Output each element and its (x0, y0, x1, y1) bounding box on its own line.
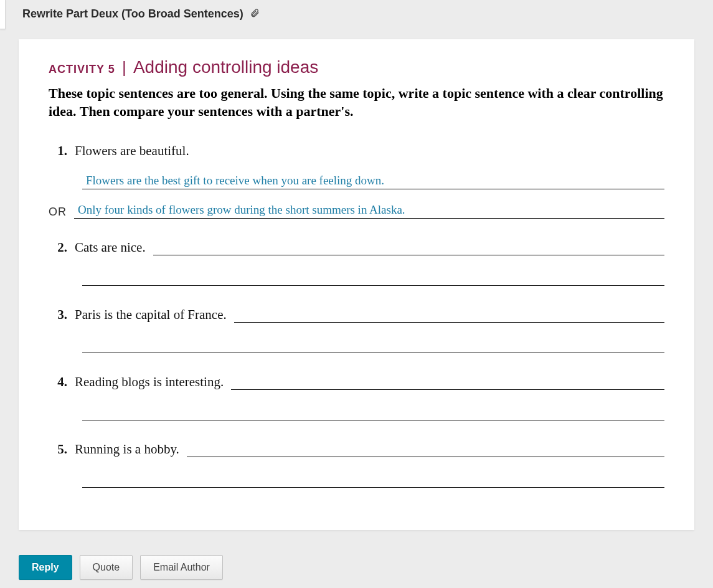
list-item: 5. Running is a hobby. (49, 442, 664, 488)
item-first-line: 1. Flowers are beautiful. (54, 143, 664, 159)
item-first-line: 4. Reading blogs is interesting. (54, 374, 664, 390)
items-list: 1. Flowers are beautiful. Flowers are th… (49, 143, 664, 488)
or-row: OR Only four kinds of flowers grow durin… (49, 203, 664, 219)
answer-line[interactable]: Flowers are the best gift to receive whe… (82, 174, 664, 189)
worksheet-card: ACTIVITY 5 | Adding controlling ideas Th… (19, 39, 694, 530)
answer-line[interactable] (231, 374, 664, 390)
answer-line[interactable]: Only four kinds of flowers grow during t… (74, 203, 664, 219)
email-author-button[interactable]: Email Author (140, 555, 223, 580)
page-root: Rewrite Part Deux (Too Broad Sentences) … (0, 0, 713, 588)
item-number: 1. (54, 143, 67, 159)
list-item: 2. Cats are nice. (49, 240, 664, 286)
item-number: 2. (54, 240, 67, 255)
list-item: 1. Flowers are beautiful. Flowers are th… (49, 143, 664, 219)
or-label: OR (49, 206, 67, 219)
activity-instructions: These topic sentences are too general. U… (49, 84, 664, 121)
item-prompt: Reading blogs is interesting. (75, 374, 224, 390)
item-prompt: Flowers are beautiful. (75, 143, 189, 159)
quote-button[interactable]: Quote (80, 555, 133, 580)
attachment-icon[interactable] (250, 8, 260, 21)
item-first-line: 2. Cats are nice. (54, 240, 664, 255)
activity-header: ACTIVITY 5 | Adding controlling ideas (49, 57, 664, 78)
answer-line[interactable] (82, 270, 664, 286)
item-prompt: Cats are nice. (75, 240, 146, 255)
activity-pipe: | (120, 58, 129, 77)
item-prompt: Running is a hobby. (75, 442, 179, 457)
thread-title: Rewrite Part Deux (Too Broad Sentences) (22, 7, 243, 21)
activity-subtitle: Adding controlling ideas (133, 57, 318, 77)
answer-line[interactable] (82, 472, 664, 488)
thread-title-row: Rewrite Part Deux (Too Broad Sentences) (0, 0, 713, 26)
answer-line[interactable] (82, 405, 664, 420)
item-first-line: 5. Running is a hobby. (54, 442, 664, 457)
answer-line[interactable] (82, 338, 664, 353)
answer-line[interactable] (153, 240, 664, 255)
activity-label: ACTIVITY 5 (49, 63, 115, 75)
list-item: 3. Paris is the capital of France. (49, 307, 664, 353)
item-number: 5. (54, 442, 67, 457)
item-number: 4. (54, 374, 67, 390)
item-prompt: Paris is the capital of France. (75, 307, 227, 323)
action-bar: Reply Quote Email Author (19, 555, 713, 580)
edge-tab (0, 0, 6, 29)
reply-button[interactable]: Reply (19, 555, 72, 580)
answer-line[interactable] (234, 307, 664, 323)
answer-line[interactable] (187, 442, 664, 457)
item-first-line: 3. Paris is the capital of France. (54, 307, 664, 323)
item-number: 3. (54, 307, 67, 323)
list-item: 4. Reading blogs is interesting. (49, 374, 664, 420)
